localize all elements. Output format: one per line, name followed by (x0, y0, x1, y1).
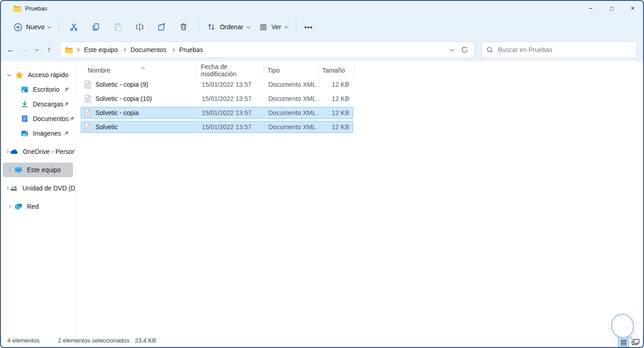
breadcrumb-separator-icon (171, 48, 174, 52)
large-icons-view-button[interactable] (630, 337, 641, 347)
new-button-label: Nuevo (26, 23, 44, 31)
file-rows: Solvetic - copia (9) 15/01/2022 13:57 Do… (81, 79, 643, 133)
back-button[interactable]: ← (4, 42, 18, 57)
view-toggles (618, 337, 641, 347)
search-box[interactable]: Buscar en Pruebas (482, 42, 637, 58)
breadcrumb-item[interactable]: Pruebas (176, 45, 207, 55)
file-date-cell: 15/01/2022 13:57 (197, 109, 264, 116)
file-name-cell: Solvetic - copia (10) (81, 95, 197, 103)
file-date-cell: 15/01/2022 13:57 (197, 81, 264, 88)
large-icons-view-icon (632, 339, 639, 345)
downloads-icon (21, 100, 28, 108)
pictures-icon (21, 130, 28, 137)
sort-button[interactable]: Ordenar (202, 20, 254, 34)
file-type-cell: Documento XML ... (264, 95, 319, 102)
file-size-cell: 12 KB (319, 81, 353, 88)
this-pc-icon (15, 167, 22, 174)
titlebar: Pruebas − □ × (1, 1, 643, 16)
address-dropdown-button[interactable] (445, 43, 458, 56)
column-header-tamano[interactable]: Tamaño (318, 64, 355, 77)
column-header-nombre[interactable]: Nombre (81, 64, 196, 77)
share-button[interactable] (151, 19, 173, 35)
chevron-right-icon (5, 187, 8, 190)
status-bar: 4 elementos 2 elementos seleccionados 23… (2, 334, 642, 346)
explorer-body: Acceso rápido Escritorio Descargas (1, 61, 643, 335)
folder-icon (13, 5, 21, 12)
sidebar-item-quick-access[interactable]: Acceso rápido (3, 68, 73, 82)
file-row[interactable]: Solvetic - copia (9) 15/01/2022 13:57 Do… (81, 79, 353, 90)
sort-ascending-icon (141, 64, 144, 72)
view-lines-icon (259, 22, 268, 32)
sidebar-item-descargas[interactable]: Descargas (3, 97, 73, 111)
sidebar-item-label: Este equipo (27, 166, 61, 174)
breadcrumb-item[interactable]: Documentos (127, 45, 170, 55)
selected-count: 2 elementos seleccionados (58, 337, 130, 344)
chevron-right-icon (5, 205, 13, 208)
sidebar-item-imagenes[interactable]: Imágenes (3, 126, 73, 141)
sidebar-item-label: Unidad de DVD (D:) (22, 185, 75, 192)
recent-locations-button[interactable] (32, 42, 42, 57)
chevron-down-icon (5, 74, 13, 76)
file-name: Solvetic - copia (95, 109, 139, 116)
sidebar-item-documentos[interactable]: Documentos (3, 111, 73, 126)
column-headers: Nombre Fecha de modificación Tipo Tamaño (81, 64, 360, 77)
paste-button[interactable] (107, 19, 129, 35)
column-header-fecha[interactable]: Fecha de modificación (196, 64, 263, 77)
forward-button[interactable]: → (18, 42, 32, 57)
file-name-cell: Solvetic (81, 123, 197, 131)
plus-circle-icon (14, 23, 22, 32)
chevron-down-icon (35, 47, 39, 51)
cut-icon (69, 22, 79, 32)
delete-button[interactable] (173, 19, 194, 35)
pin-icon (63, 101, 69, 107)
address-bar[interactable]: Este equipo Documentos Pruebas (60, 42, 475, 58)
sidebar-item-label: Imágenes (33, 130, 61, 137)
refresh-icon (461, 46, 468, 53)
documents-icon (21, 115, 28, 122)
xml-document-icon (84, 123, 91, 131)
toolbar-divider (296, 21, 296, 33)
trash-icon (179, 22, 188, 32)
breadcrumb-separator-icon (76, 48, 79, 52)
column-header-label: Nombre (88, 67, 110, 74)
sidebar-item-dvd-drive[interactable]: Unidad de DVD (D:) (3, 181, 73, 195)
breadcrumb-separator-icon (122, 48, 126, 52)
view-button[interactable]: Ver (254, 20, 292, 34)
close-button[interactable]: × (622, 1, 643, 16)
chevron-down-icon (284, 24, 288, 28)
sidebar-item-label: OneDrive - Personal (23, 148, 75, 155)
rename-button[interactable] (129, 19, 151, 35)
toolbar: Nuevo (1, 16, 643, 38)
search-input[interactable]: Buscar en Pruebas (498, 46, 552, 53)
pin-icon (63, 87, 69, 93)
chevron-down-icon (246, 24, 250, 28)
pin-icon (69, 116, 75, 122)
xml-document-icon (84, 80, 91, 89)
breadcrumb-item[interactable]: Este equipo (80, 45, 121, 55)
network-icon (15, 203, 22, 210)
new-button[interactable]: Nuevo (9, 20, 55, 34)
up-button[interactable]: ↑ (42, 42, 56, 57)
maximize-button[interactable]: □ (601, 1, 622, 16)
sidebar-item-escritorio[interactable]: Escritorio (3, 82, 73, 97)
sidebar-item-red[interactable]: Red (3, 199, 73, 214)
copy-button[interactable] (85, 19, 107, 35)
file-type-cell: Documento XML ... (264, 81, 319, 88)
view-button-label: Ver (272, 23, 281, 31)
file-row[interactable]: Solvetic - copia (10) 15/01/2022 13:57 D… (81, 93, 353, 105)
minimize-button[interactable]: − (580, 1, 601, 16)
more-options-button[interactable]: ••• (300, 23, 318, 31)
details-view-button[interactable] (618, 337, 629, 347)
chevron-right-icon (5, 169, 13, 171)
column-header-tipo[interactable]: Tipo (263, 64, 318, 77)
sidebar-item-este-equipo[interactable]: Este equipo (3, 163, 73, 177)
file-row-selected[interactable]: Solvetic - copia 15/01/2022 13:57 Docume… (81, 107, 353, 119)
desktop-icon (21, 86, 28, 93)
refresh-button[interactable] (458, 43, 471, 56)
cut-button[interactable] (63, 19, 85, 35)
sidebar-item-onedrive[interactable]: OneDrive - Personal (3, 144, 73, 159)
details-view-icon (620, 339, 627, 345)
file-size-cell: 12 KB (319, 95, 353, 102)
file-row-selected[interactable]: Solvetic 15/01/2022 13:57 Documento XML … (81, 121, 353, 133)
chevron-right-icon (5, 150, 8, 153)
